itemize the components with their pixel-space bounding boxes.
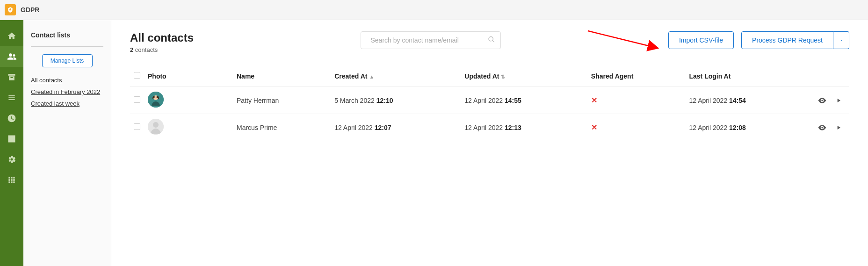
row-actions <box>816 96 846 105</box>
cell-lastlogin: 12 April 2022 12:08 <box>685 114 812 141</box>
row-actions <box>816 123 846 132</box>
contacts-count: 2 contacts <box>130 46 194 53</box>
nav-settings[interactable] <box>0 149 23 170</box>
app-logo <box>5 4 16 15</box>
col-updated[interactable]: Updated At⇅ <box>461 67 587 87</box>
svg-point-4 <box>153 122 159 128</box>
topbar: GDPR <box>0 0 868 20</box>
sort-icon: ▲ <box>369 74 374 79</box>
search-input[interactable] <box>361 31 501 49</box>
nav-history[interactable] <box>0 108 23 129</box>
col-shared[interactable]: Shared Agent <box>587 67 686 87</box>
nav-home[interactable] <box>0 26 23 46</box>
process-gdpr-dropdown[interactable] <box>833 31 849 49</box>
table-row: Patty Herrman 5 March 2022 12:10 12 Apri… <box>130 87 849 114</box>
chart-icon <box>7 134 16 144</box>
main-header: All contacts 2 contacts Import CSV-file … <box>130 31 849 53</box>
x-icon: ✕ <box>591 123 597 131</box>
row-checkbox[interactable] <box>134 96 140 103</box>
x-icon: ✕ <box>591 96 597 104</box>
eye-icon[interactable] <box>817 123 827 132</box>
list-icon <box>7 93 16 102</box>
archive-icon <box>7 72 16 82</box>
main: All contacts 2 contacts Import CSV-file … <box>111 20 868 266</box>
select-all-checkbox[interactable] <box>134 72 140 79</box>
home-icon <box>7 31 16 41</box>
app-title: GDPR <box>21 6 39 14</box>
action-buttons: Import CSV-file Process GDPR Request <box>668 31 849 49</box>
import-csv-button[interactable]: Import CSV-file <box>668 31 734 49</box>
nav-apps[interactable] <box>0 170 23 190</box>
sidebar: Contact lists Manage Lists All contacts … <box>23 20 111 266</box>
cell-lastlogin: 12 April 2022 14:54 <box>685 87 812 114</box>
search-wrap <box>361 31 501 49</box>
apps-icon <box>7 175 16 185</box>
avatar <box>148 92 164 108</box>
chevron-down-icon <box>839 37 844 43</box>
cell-shared: ✕ <box>587 114 686 141</box>
nav-reports[interactable] <box>0 129 23 149</box>
contacts-table: Photo Name Created At▲ Updated At⇅ Share… <box>130 67 849 141</box>
sidebar-link-created-feb[interactable]: Created in February 2022 <box>31 88 103 95</box>
cell-updated: 12 April 2022 12:13 <box>461 114 587 141</box>
sidebar-divider <box>31 46 103 47</box>
nav-list[interactable] <box>0 87 23 108</box>
cell-created: 5 March 2022 12:10 <box>331 87 461 114</box>
col-name[interactable]: Name <box>233 67 331 87</box>
cell-shared: ✕ <box>587 87 686 114</box>
play-icon[interactable] <box>835 124 842 131</box>
sort-icon: ⇅ <box>501 74 505 79</box>
nav-rail <box>0 20 23 266</box>
sidebar-title: Contact lists <box>31 31 103 39</box>
process-request-group: Process GDPR Request <box>741 31 849 49</box>
title-block: All contacts 2 contacts <box>130 31 194 53</box>
cell-name: Marcus Prime <box>233 114 331 141</box>
users-icon <box>7 52 16 61</box>
col-created[interactable]: Created At▲ <box>331 67 461 87</box>
sidebar-link-all-contacts[interactable]: All contacts <box>31 77 103 84</box>
play-icon[interactable] <box>835 97 842 104</box>
nav-contacts[interactable] <box>0 46 23 67</box>
sidebar-link-created-last-week[interactable]: Created last week <box>31 100 103 107</box>
table-row: Marcus Prime 12 April 2022 12:07 12 Apri… <box>130 114 849 141</box>
col-photo[interactable]: Photo <box>144 67 233 87</box>
manage-lists-button[interactable]: Manage Lists <box>42 54 93 67</box>
cell-created: 12 April 2022 12:07 <box>331 114 461 141</box>
clock-icon <box>7 114 16 123</box>
gear-icon <box>7 155 16 164</box>
cell-updated: 12 April 2022 14:55 <box>461 87 587 114</box>
nav-archive[interactable] <box>0 67 23 87</box>
avatar <box>148 119 164 135</box>
col-lastlogin[interactable]: Last Login At <box>685 67 812 87</box>
process-gdpr-button[interactable]: Process GDPR Request <box>741 31 833 49</box>
sidebar-links: All contacts Created in February 2022 Cr… <box>31 77 103 107</box>
row-checkbox[interactable] <box>134 123 140 130</box>
eye-icon[interactable] <box>817 96 827 105</box>
cell-name: Patty Herrman <box>233 87 331 114</box>
page-title: All contacts <box>130 31 194 44</box>
